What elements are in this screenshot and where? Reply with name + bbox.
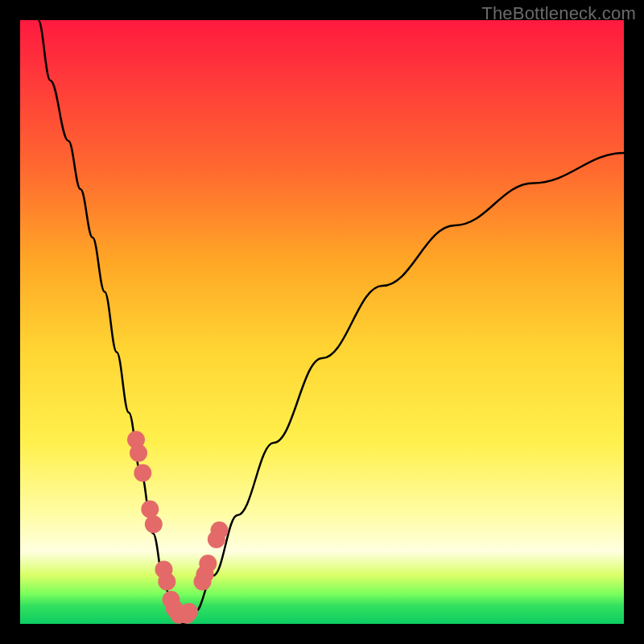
marker-dot [145, 515, 163, 533]
marker-dot [134, 464, 151, 482]
marker-dot [141, 501, 159, 518]
plot-area [20, 20, 624, 624]
curve-path [39, 20, 625, 624]
marker-dot [130, 444, 147, 462]
marker-dot [158, 573, 175, 591]
chart-container: TheBottleneck.com [0, 0, 644, 644]
marker-dot [180, 603, 198, 621]
marker-dot [199, 555, 217, 572]
bottleneck-curve [20, 20, 624, 624]
watermark-text: TheBottleneck.com [481, 3, 636, 24]
marker-dot [211, 522, 229, 539]
